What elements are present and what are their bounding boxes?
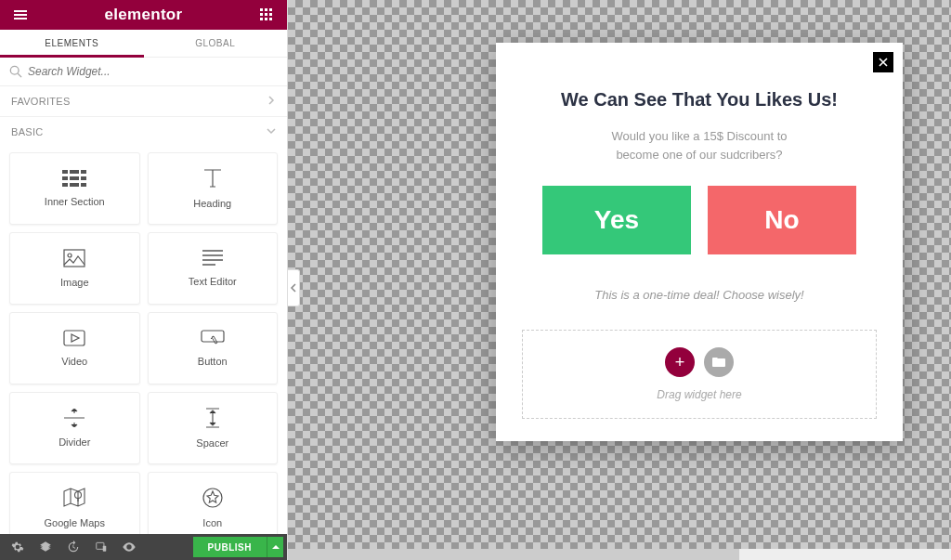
image-icon (63, 249, 85, 267)
menu-button[interactable] (6, 0, 35, 30)
publish-label: PUBLISH (208, 542, 252, 553)
widget-divider[interactable]: Divider (9, 392, 140, 464)
yes-button[interactable]: Yes (542, 186, 691, 254)
tab-global-label: GLOBAL (195, 38, 235, 48)
svg-rect-17 (97, 542, 104, 549)
history-button[interactable] (59, 534, 87, 560)
spacer-icon (202, 408, 223, 428)
svg-point-12 (68, 254, 72, 257)
elementor-panel: elementor ELEMENTS GLOBAL FAVORITES BASI… (0, 0, 288, 560)
chevron-right-icon (267, 96, 276, 107)
widget-button[interactable]: Button (148, 312, 279, 384)
tab-elements[interactable]: ELEMENTS (0, 30, 144, 57)
editor-canvas[interactable]: We Can See That You Likes Us! Would you … (288, 0, 951, 560)
svg-rect-2 (269, 8, 272, 11)
preview-button[interactable] (115, 534, 143, 560)
modal-sub-line1: Would you like a 15$ Discount to (522, 127, 877, 146)
publish-group: PUBLISH (193, 537, 283, 557)
widget-label: Divider (59, 436, 90, 448)
panel-collapse-handle[interactable] (288, 269, 300, 306)
video-icon (63, 330, 85, 346)
modal-sub-line2: become one of our sudcribers? (522, 146, 877, 164)
modal-buttons: Yes No (522, 186, 877, 254)
svg-line-10 (18, 73, 21, 77)
no-label: No (764, 205, 799, 235)
chevron-left-icon (290, 283, 297, 293)
svg-rect-1 (265, 8, 267, 11)
publish-dropdown[interactable] (267, 537, 283, 557)
widget-label: Button (198, 356, 228, 367)
add-section-button[interactable]: + (665, 347, 695, 377)
widget-label: Image (60, 277, 89, 288)
widget-label: Icon (202, 517, 222, 528)
widget-google-maps[interactable]: Google Maps (9, 472, 140, 534)
svg-rect-5 (269, 13, 272, 16)
svg-rect-11 (64, 250, 85, 267)
panel-tabs: ELEMENTS GLOBAL (0, 30, 287, 58)
apps-button[interactable] (252, 0, 281, 30)
responsive-button[interactable] (87, 534, 115, 560)
widget-label: Video (61, 356, 87, 367)
section-basic[interactable]: BASIC (0, 116, 287, 147)
svg-rect-3 (260, 13, 263, 16)
no-button[interactable]: No (708, 186, 856, 254)
svg-rect-13 (64, 331, 85, 345)
svg-rect-7 (265, 18, 267, 20)
brand-logo: elementor (105, 6, 183, 24)
hamburger-icon (13, 7, 28, 22)
gear-icon (11, 540, 24, 553)
panel-header: elementor (0, 0, 287, 30)
widget-label: Text Editor (189, 276, 237, 287)
search-icon (9, 65, 22, 78)
divider-icon (64, 409, 85, 427)
horizontal-scrollbar[interactable] (288, 549, 951, 560)
widget-heading[interactable]: Heading (148, 152, 279, 225)
svg-rect-6 (260, 18, 263, 20)
widget-text-editor[interactable]: Text Editor (148, 232, 279, 305)
settings-button[interactable] (4, 534, 32, 560)
caret-up-icon (272, 543, 280, 551)
section-basic-label: BASIC (11, 126, 44, 137)
add-template-button[interactable] (704, 347, 734, 377)
heading-icon (202, 168, 223, 189)
widget-icon[interactable]: Icon (148, 472, 279, 534)
panel-footer: PUBLISH (0, 534, 287, 560)
widgets-grid: Inner Section Heading Image Text Editor … (0, 147, 287, 534)
map-pin-icon (63, 488, 85, 508)
tab-elements-label: ELEMENTS (45, 38, 98, 48)
svg-point-9 (10, 66, 19, 74)
navigator-button[interactable] (32, 534, 59, 560)
publish-button[interactable]: PUBLISH (193, 537, 267, 557)
eye-icon (122, 540, 137, 554)
footer-left-icons (4, 534, 143, 560)
widget-spacer[interactable]: Spacer (148, 392, 279, 464)
dropzone-text: Drag widget here (657, 388, 741, 401)
scroll-thumb[interactable] (288, 549, 739, 560)
search-input[interactable] (28, 65, 278, 78)
star-icon (202, 488, 223, 508)
tab-global[interactable]: GLOBAL (144, 30, 288, 57)
svg-rect-8 (269, 18, 272, 20)
apps-grid-icon (260, 8, 273, 21)
modal-note: This is a one-time deal! Choose wisely! (522, 288, 877, 302)
widget-inner-section[interactable]: Inner Section (9, 152, 140, 225)
close-button[interactable] (873, 52, 893, 72)
section-favorites[interactable]: FAVORITES (0, 86, 287, 116)
svg-rect-18 (103, 546, 107, 552)
devices-icon (95, 540, 108, 553)
dropzone-buttons: + (665, 347, 734, 377)
chevron-down-icon (267, 126, 276, 137)
add-section-dropzone[interactable]: + Drag widget here (522, 330, 877, 419)
yes-label: Yes (594, 205, 639, 235)
history-icon (67, 540, 80, 553)
widget-video[interactable]: Video (9, 312, 140, 384)
widget-image[interactable]: Image (9, 232, 140, 305)
svg-rect-0 (260, 8, 263, 11)
popup-modal: We Can See That You Likes Us! Would you … (496, 43, 903, 441)
close-icon (879, 58, 888, 67)
plus-icon: + (675, 353, 685, 372)
widget-label: Spacer (196, 437, 228, 449)
button-icon (201, 330, 225, 346)
folder-icon (712, 357, 725, 368)
widget-label: Heading (193, 198, 231, 209)
